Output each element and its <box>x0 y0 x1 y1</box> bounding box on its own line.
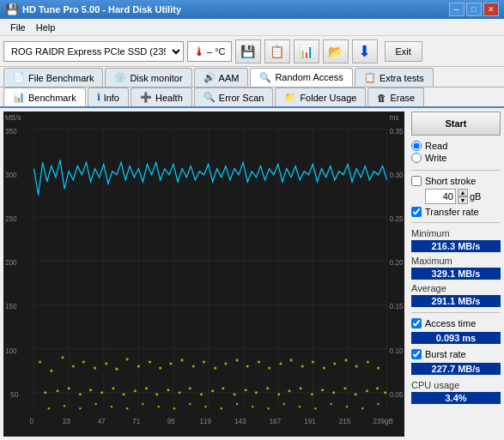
access-time-checkbox[interactable] <box>411 318 422 328</box>
svg-point-121 <box>221 407 222 409</box>
svg-point-68 <box>279 362 282 365</box>
svg-point-59 <box>181 359 184 361</box>
minimum-value: 216.3 MB/s <box>411 240 501 252</box>
svg-point-127 <box>314 407 316 409</box>
svg-point-62 <box>214 367 216 370</box>
svg-point-54 <box>126 358 129 360</box>
maximum-label: Maximum <box>411 256 501 266</box>
toolbar-btn-4[interactable]: 📂 <box>323 39 349 63</box>
extra-tests-label: Extra tests <box>380 73 424 83</box>
svg-text:0.35: 0.35 <box>390 128 404 136</box>
short-stroke-checkbox[interactable] <box>411 176 422 186</box>
svg-point-58 <box>169 362 172 365</box>
transfer-rate-checkbox[interactable] <box>411 207 422 217</box>
tab-erase[interactable]: 🗑 Erase <box>367 87 424 106</box>
tab-aam[interactable]: 🔊 AAM <box>194 68 249 87</box>
svg-point-123 <box>252 406 253 407</box>
close-button[interactable]: ✕ <box>483 3 499 16</box>
svg-point-79 <box>56 389 58 392</box>
svg-point-97 <box>255 391 258 394</box>
toolbar-btn-1[interactable]: 💾 <box>235 39 261 63</box>
start-button[interactable]: Start <box>411 112 501 136</box>
toolbar-btn-3[interactable]: 📊 <box>294 39 319 63</box>
maximize-button[interactable]: □ <box>466 3 482 16</box>
svg-point-75 <box>355 365 358 368</box>
checkbox-group: Short stroke ▲ ▼ gB Transfer rate <box>411 176 501 217</box>
transfer-rate-label: Transfer rate <box>425 207 479 217</box>
svg-point-108 <box>376 387 379 389</box>
svg-point-55 <box>137 365 140 368</box>
tab-health[interactable]: ➕ Health <box>131 87 192 106</box>
tab-error-scan[interactable]: 🔍 Error Scan <box>194 87 274 106</box>
menu-help[interactable]: Help <box>31 19 61 36</box>
spinbox-up[interactable]: ▲ <box>458 189 468 196</box>
svg-point-95 <box>234 393 236 395</box>
svg-point-72 <box>323 367 325 370</box>
svg-point-118 <box>173 407 175 409</box>
menu-bar: File Help <box>0 19 504 36</box>
svg-text:71: 71 <box>132 418 140 425</box>
svg-point-104 <box>332 391 335 394</box>
svg-point-48 <box>62 356 64 359</box>
read-radio-item: Read <box>411 141 501 151</box>
svg-point-61 <box>203 360 205 363</box>
svg-point-67 <box>268 367 270 370</box>
spinbox-row: ▲ ▼ gB <box>411 189 501 204</box>
svg-point-101 <box>300 387 302 389</box>
write-radio[interactable] <box>411 153 422 163</box>
svg-point-96 <box>245 389 247 391</box>
tab-extra-tests[interactable]: 📋 Extra tests <box>355 68 434 87</box>
cpu-usage-value: 3.4% <box>411 392 501 404</box>
svg-point-106 <box>355 393 357 395</box>
health-icon: ➕ <box>140 92 152 103</box>
svg-text:100: 100 <box>5 347 17 355</box>
svg-point-78 <box>44 391 46 394</box>
write-label: Write <box>425 153 446 163</box>
svg-point-130 <box>361 407 363 409</box>
svg-point-86 <box>134 389 137 392</box>
aam-icon: 🔊 <box>203 72 216 83</box>
svg-point-49 <box>72 365 75 368</box>
device-select[interactable]: ROG RAIDR Express PCIe SSD (239 gB) <box>3 41 184 62</box>
svg-text:0.05: 0.05 <box>390 391 404 399</box>
burst-rate-checkbox[interactable] <box>411 349 422 359</box>
read-radio[interactable] <box>411 141 422 151</box>
tab-benchmark[interactable]: 📊 Benchmark <box>3 87 86 106</box>
toolbar-btn-5[interactable]: ⬇ <box>352 39 378 63</box>
spinbox-unit: gB <box>470 191 481 202</box>
exit-button[interactable]: Exit <box>385 41 422 62</box>
tab-file-benchmark[interactable]: 📄 File Benchmark <box>3 68 103 87</box>
chart-area: MB/s 350 300 250 200 150 100 50 ms 0.35 … <box>3 112 404 437</box>
benchmark-label: Benchmark <box>28 93 76 103</box>
info-icon: ℹ <box>97 92 100 103</box>
svg-point-76 <box>367 360 369 363</box>
svg-point-103 <box>321 389 324 391</box>
extra-tests-icon: 📋 <box>364 72 376 83</box>
svg-point-128 <box>331 403 332 405</box>
tab-folder-usage[interactable]: 📁 Folder Usage <box>275 87 366 106</box>
svg-point-92 <box>200 393 203 395</box>
file-benchmark-icon: 📄 <box>13 72 25 83</box>
tab-disk-monitor[interactable]: 💿 Disk monitor <box>105 68 191 87</box>
svg-point-70 <box>301 365 304 368</box>
svg-point-63 <box>224 362 227 365</box>
toolbar-btn-2[interactable]: 📋 <box>264 39 290 63</box>
svg-point-66 <box>258 360 260 363</box>
svg-point-111 <box>64 405 65 407</box>
spinbox-input[interactable] <box>425 189 456 204</box>
random-access-label: Random Access <box>275 72 343 82</box>
svg-point-100 <box>288 389 290 392</box>
svg-text:23: 23 <box>63 418 70 425</box>
svg-point-89 <box>167 389 169 391</box>
tab-info[interactable]: ℹ Info <box>88 87 129 106</box>
maximum-value: 329.1 MB/s <box>411 268 501 280</box>
svg-text:215: 215 <box>339 418 351 425</box>
spinbox-down[interactable]: ▼ <box>458 196 468 204</box>
svg-text:0.30: 0.30 <box>390 172 404 179</box>
tab-random-access[interactable]: 🔍 Random Access <box>250 68 352 87</box>
window-controls: ─ □ ✕ <box>449 3 499 16</box>
menu-file[interactable]: File <box>5 19 31 36</box>
main-content: MB/s 350 300 250 200 150 100 50 ms 0.35 … <box>0 108 504 440</box>
svg-point-119 <box>189 403 191 405</box>
minimize-button[interactable]: ─ <box>449 3 465 16</box>
